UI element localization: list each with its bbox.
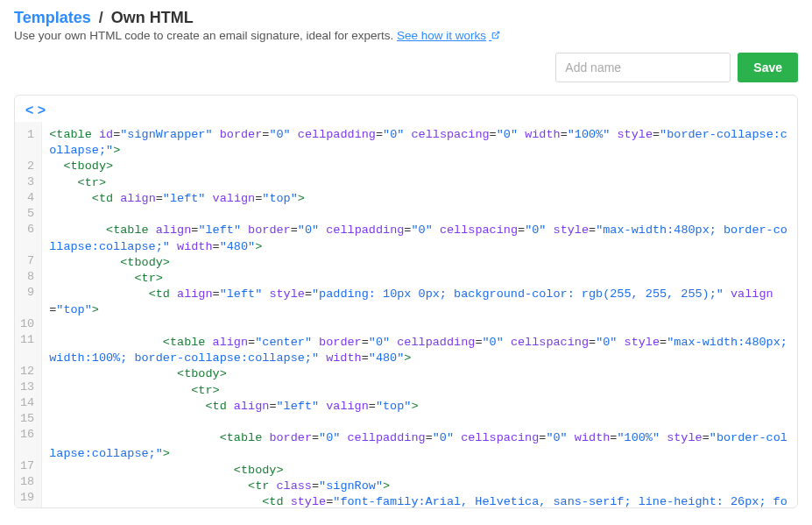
code-line[interactable]: <tr> <box>49 383 790 399</box>
code-line[interactable]: <table id="signWrapper" border="0" cellp… <box>49 127 790 159</box>
toolbar: Save <box>14 53 798 82</box>
code-line[interactable]: <td align="left" valign="top"> <box>49 399 790 415</box>
code-line[interactable]: <td style="font-family:Arial, Helvetica,… <box>49 494 790 507</box>
editor-header: < > <box>15 96 797 122</box>
code-line[interactable]: <tbody> <box>49 159 790 174</box>
code-line[interactable] <box>49 319 790 335</box>
code-line[interactable]: <tbody> <box>49 255 790 271</box>
code-view-toggle[interactable]: < > <box>25 103 46 118</box>
code-line[interactable]: <table border="0" cellpadding="0" cellsp… <box>49 430 790 462</box>
external-link-icon <box>489 30 500 42</box>
html-editor: < > 1 23456 789 1011 1213141516 171819 <… <box>14 95 798 508</box>
svg-line-0 <box>496 32 500 36</box>
breadcrumb-root-link[interactable]: Templates <box>14 9 91 26</box>
breadcrumb: Templates / Own HTML <box>14 9 798 27</box>
line-gutter: 1 23456 789 1011 1213141516 171819 <box>15 122 42 507</box>
page-subtitle: Use your own HTML code to create an emai… <box>14 29 798 42</box>
code-line[interactable]: <tbody> <box>49 463 790 479</box>
code-line[interactable]: <td align="left" valign="top"> <box>49 191 790 207</box>
breadcrumb-current: Own HTML <box>111 9 194 26</box>
breadcrumb-separator: / <box>99 9 103 26</box>
code-line[interactable]: <table align="left" border="0" cellpaddi… <box>49 223 790 254</box>
code-line[interactable]: <td align="left" style="padding: 10px 0p… <box>49 287 790 318</box>
how-it-works-link[interactable]: See how it works <box>397 29 500 42</box>
code-line[interactable]: <table align="center" border="0" cellpad… <box>49 335 790 366</box>
code-line[interactable] <box>49 415 790 430</box>
code-line[interactable]: <tr class="signRow"> <box>49 479 790 494</box>
subtitle-text: Use your own HTML code to create an emai… <box>14 29 397 42</box>
editor-body[interactable]: 1 23456 789 1011 1213141516 171819 <tabl… <box>15 122 797 507</box>
save-button[interactable]: Save <box>738 53 798 82</box>
template-name-input[interactable] <box>555 53 731 82</box>
code-line[interactable] <box>49 207 790 223</box>
code-line[interactable]: <tr> <box>49 271 790 287</box>
code-line[interactable]: <tr> <box>49 175 790 191</box>
code-area[interactable]: <table id="signWrapper" border="0" cellp… <box>42 122 797 507</box>
code-line[interactable]: <tbody> <box>49 366 790 382</box>
